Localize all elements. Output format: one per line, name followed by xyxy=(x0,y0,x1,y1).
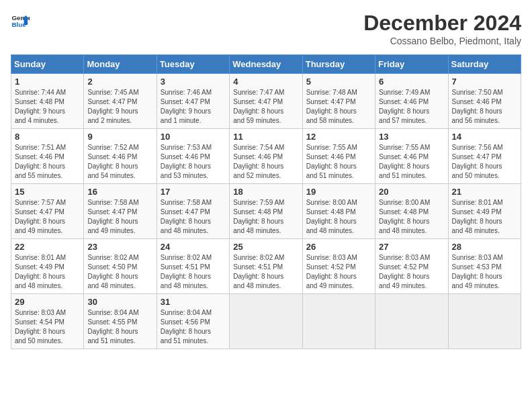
day-info: Sunrise: 7:59 AM Sunset: 4:48 PM Dayligh… xyxy=(233,198,298,236)
day-info: Sunrise: 8:02 AM Sunset: 4:50 PM Dayligh… xyxy=(87,253,152,291)
calendar-week-row: 29Sunrise: 8:03 AM Sunset: 4:54 PM Dayli… xyxy=(11,294,521,349)
dow-header: Sunday xyxy=(11,55,84,74)
day-number: 19 xyxy=(306,187,371,197)
day-number: 1 xyxy=(15,77,80,87)
day-number: 5 xyxy=(306,77,371,87)
calendar-cell: 22Sunrise: 8:01 AM Sunset: 4:49 PM Dayli… xyxy=(11,239,84,294)
day-info: Sunrise: 8:02 AM Sunset: 4:51 PM Dayligh… xyxy=(233,253,298,291)
day-number: 15 xyxy=(15,187,80,197)
day-number: 14 xyxy=(452,132,517,142)
day-number: 9 xyxy=(87,132,152,142)
day-number: 8 xyxy=(15,132,80,142)
day-number: 17 xyxy=(161,187,226,197)
day-info: Sunrise: 8:01 AM Sunset: 4:49 PM Dayligh… xyxy=(15,253,80,291)
day-info: Sunrise: 7:55 AM Sunset: 4:46 PM Dayligh… xyxy=(306,143,371,181)
calendar-cell: 28Sunrise: 8:03 AM Sunset: 4:53 PM Dayli… xyxy=(448,239,521,294)
day-number: 7 xyxy=(452,77,517,87)
calendar-week-row: 22Sunrise: 8:01 AM Sunset: 4:49 PM Dayli… xyxy=(11,239,521,294)
month-title: December 2024 xyxy=(363,11,521,36)
dow-header: Tuesday xyxy=(157,55,229,74)
day-number: 22 xyxy=(15,242,80,252)
day-info: Sunrise: 7:44 AM Sunset: 4:48 PM Dayligh… xyxy=(15,88,80,126)
day-info: Sunrise: 7:48 AM Sunset: 4:47 PM Dayligh… xyxy=(306,88,371,126)
day-number: 28 xyxy=(452,242,517,252)
calendar-cell: 19Sunrise: 8:00 AM Sunset: 4:48 PM Dayli… xyxy=(302,184,375,239)
day-info: Sunrise: 7:55 AM Sunset: 4:46 PM Dayligh… xyxy=(379,143,444,181)
day-number: 24 xyxy=(161,242,226,252)
day-number: 13 xyxy=(379,132,444,142)
location: Cossano Belbo, Piedmont, Italy xyxy=(363,36,521,46)
day-info: Sunrise: 8:00 AM Sunset: 4:48 PM Dayligh… xyxy=(379,198,444,236)
logo-icon: General Blue xyxy=(11,11,30,30)
day-number: 30 xyxy=(87,297,152,307)
calendar-cell: 31Sunrise: 8:04 AM Sunset: 4:56 PM Dayli… xyxy=(157,294,229,349)
day-number: 23 xyxy=(87,242,152,252)
day-info: Sunrise: 7:52 AM Sunset: 4:46 PM Dayligh… xyxy=(87,143,152,181)
calendar-cell: 26Sunrise: 8:03 AM Sunset: 4:52 PM Dayli… xyxy=(302,239,375,294)
calendar-cell xyxy=(302,294,375,349)
calendar-cell xyxy=(375,294,448,349)
day-number: 4 xyxy=(233,77,298,87)
calendar-cell: 9Sunrise: 7:52 AM Sunset: 4:46 PM Daylig… xyxy=(84,129,157,184)
day-number: 25 xyxy=(233,242,298,252)
day-info: Sunrise: 7:50 AM Sunset: 4:46 PM Dayligh… xyxy=(452,88,517,126)
dow-header: Monday xyxy=(84,55,157,74)
calendar-cell: 20Sunrise: 8:00 AM Sunset: 4:48 PM Dayli… xyxy=(375,184,448,239)
calendar-cell: 10Sunrise: 7:53 AM Sunset: 4:46 PM Dayli… xyxy=(157,129,229,184)
day-info: Sunrise: 7:54 AM Sunset: 4:46 PM Dayligh… xyxy=(233,143,298,181)
calendar-week-row: 15Sunrise: 7:57 AM Sunset: 4:47 PM Dayli… xyxy=(11,184,521,239)
day-info: Sunrise: 8:01 AM Sunset: 4:49 PM Dayligh… xyxy=(452,198,517,236)
calendar-cell: 29Sunrise: 8:03 AM Sunset: 4:54 PM Dayli… xyxy=(11,294,84,349)
day-info: Sunrise: 8:03 AM Sunset: 4:53 PM Dayligh… xyxy=(452,253,517,291)
calendar-cell: 18Sunrise: 7:59 AM Sunset: 4:48 PM Dayli… xyxy=(230,184,302,239)
day-info: Sunrise: 7:58 AM Sunset: 4:47 PM Dayligh… xyxy=(161,198,226,236)
day-number: 31 xyxy=(161,297,226,307)
day-info: Sunrise: 7:51 AM Sunset: 4:46 PM Dayligh… xyxy=(15,143,80,181)
day-number: 26 xyxy=(306,242,371,252)
calendar-cell: 30Sunrise: 8:04 AM Sunset: 4:55 PM Dayli… xyxy=(84,294,157,349)
day-number: 20 xyxy=(379,187,444,197)
calendar-cell xyxy=(448,294,521,349)
logo: General Blue xyxy=(11,11,30,30)
day-info: Sunrise: 7:57 AM Sunset: 4:47 PM Dayligh… xyxy=(15,198,80,236)
day-info: Sunrise: 8:04 AM Sunset: 4:55 PM Dayligh… xyxy=(87,308,152,346)
header: General Blue December 2024 Cossano Belbo… xyxy=(11,11,521,46)
calendar-cell: 25Sunrise: 8:02 AM Sunset: 4:51 PM Dayli… xyxy=(230,239,302,294)
day-number: 16 xyxy=(87,187,152,197)
day-info: Sunrise: 7:58 AM Sunset: 4:47 PM Dayligh… xyxy=(87,198,152,236)
day-info: Sunrise: 8:03 AM Sunset: 4:52 PM Dayligh… xyxy=(379,253,444,291)
calendar-cell: 12Sunrise: 7:55 AM Sunset: 4:46 PM Dayli… xyxy=(302,129,375,184)
day-info: Sunrise: 8:03 AM Sunset: 4:54 PM Dayligh… xyxy=(15,308,80,346)
calendar-cell: 21Sunrise: 8:01 AM Sunset: 4:49 PM Dayli… xyxy=(448,184,521,239)
day-number: 12 xyxy=(306,132,371,142)
day-number: 29 xyxy=(15,297,80,307)
day-number: 11 xyxy=(233,132,298,142)
calendar-cell: 4Sunrise: 7:47 AM Sunset: 4:47 PM Daylig… xyxy=(230,74,302,129)
day-number: 21 xyxy=(452,187,517,197)
day-info: Sunrise: 8:03 AM Sunset: 4:52 PM Dayligh… xyxy=(306,253,371,291)
calendar-week-row: 1Sunrise: 7:44 AM Sunset: 4:48 PM Daylig… xyxy=(11,74,521,129)
day-number: 3 xyxy=(161,77,226,87)
calendar-cell: 14Sunrise: 7:56 AM Sunset: 4:47 PM Dayli… xyxy=(448,129,521,184)
calendar-table: SundayMondayTuesdayWednesdayThursdayFrid… xyxy=(11,54,521,349)
calendar-cell: 7Sunrise: 7:50 AM Sunset: 4:46 PM Daylig… xyxy=(448,74,521,129)
title-area: December 2024 Cossano Belbo, Piedmont, I… xyxy=(363,11,521,46)
day-number: 6 xyxy=(379,77,444,87)
day-info: Sunrise: 7:46 AM Sunset: 4:47 PM Dayligh… xyxy=(161,88,226,126)
calendar-cell: 13Sunrise: 7:55 AM Sunset: 4:46 PM Dayli… xyxy=(375,129,448,184)
day-info: Sunrise: 8:04 AM Sunset: 4:56 PM Dayligh… xyxy=(161,308,226,346)
calendar-cell: 17Sunrise: 7:58 AM Sunset: 4:47 PM Dayli… xyxy=(157,184,229,239)
day-info: Sunrise: 8:00 AM Sunset: 4:48 PM Dayligh… xyxy=(306,198,371,236)
calendar-cell: 1Sunrise: 7:44 AM Sunset: 4:48 PM Daylig… xyxy=(11,74,84,129)
calendar-cell xyxy=(230,294,302,349)
calendar-week-row: 8Sunrise: 7:51 AM Sunset: 4:46 PM Daylig… xyxy=(11,129,521,184)
calendar-cell: 2Sunrise: 7:45 AM Sunset: 4:47 PM Daylig… xyxy=(84,74,157,129)
day-info: Sunrise: 7:47 AM Sunset: 4:47 PM Dayligh… xyxy=(233,88,298,126)
dow-header: Friday xyxy=(375,55,448,74)
day-number: 27 xyxy=(379,242,444,252)
calendar-cell: 11Sunrise: 7:54 AM Sunset: 4:46 PM Dayli… xyxy=(230,129,302,184)
calendar-cell: 23Sunrise: 8:02 AM Sunset: 4:50 PM Dayli… xyxy=(84,239,157,294)
day-info: Sunrise: 7:45 AM Sunset: 4:47 PM Dayligh… xyxy=(87,88,152,126)
calendar-cell: 15Sunrise: 7:57 AM Sunset: 4:47 PM Dayli… xyxy=(11,184,84,239)
day-info: Sunrise: 7:49 AM Sunset: 4:46 PM Dayligh… xyxy=(379,88,444,126)
